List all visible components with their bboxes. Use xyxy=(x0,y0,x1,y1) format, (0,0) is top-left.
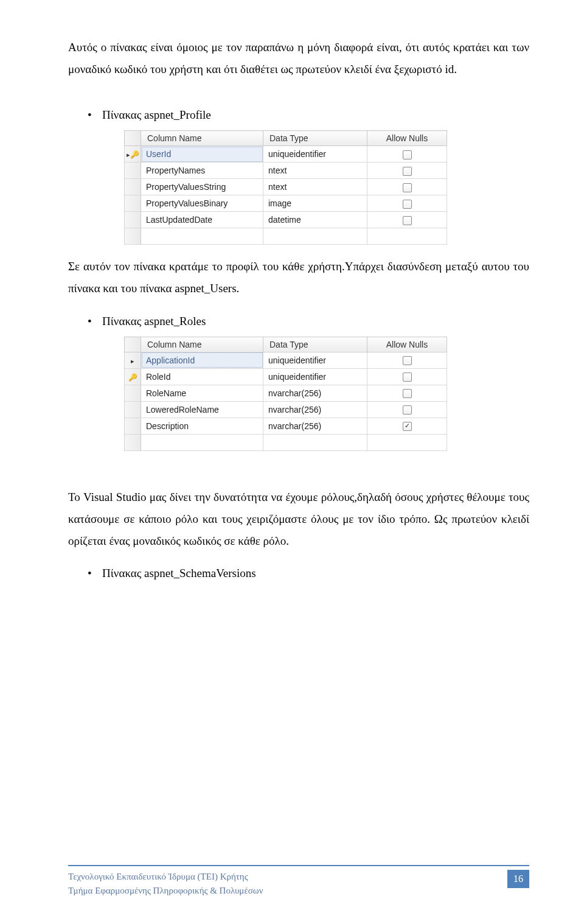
gutter-cell xyxy=(125,195,141,212)
checkbox-icon: ✓ xyxy=(403,422,412,431)
gutter-cell xyxy=(125,385,141,401)
data-type-cell xyxy=(263,434,367,450)
gutter-header xyxy=(125,131,141,146)
primary-key-icon: 🔑 xyxy=(130,150,139,159)
gutter-cell xyxy=(125,418,141,434)
bullet-icon: • xyxy=(88,563,102,584)
page-number: 16 xyxy=(507,870,529,888)
page-footer: Τεχνολογικό Εκπαιδευτικό Ίδρυμα (ΤΕΙ) Κρ… xyxy=(68,865,529,897)
column-name-cell: PropertyValuesString xyxy=(141,179,263,195)
allow-nulls-cell xyxy=(367,352,447,368)
data-type-cell: ntext xyxy=(263,179,367,195)
footer-line-2: Τμήμα Εφαρμοσμένης Πληροφορικής & Πολυμέ… xyxy=(68,884,263,898)
data-type-cell: uniqueidentifier xyxy=(263,352,367,368)
table-row: RoleNamenvarchar(256) xyxy=(125,385,447,401)
bullet-profile: • Πίνακας aspnet_Profile xyxy=(88,105,529,125)
allow-nulls-cell xyxy=(367,368,447,385)
data-type-cell: image xyxy=(263,195,367,212)
footer-line-1: Τεχνολογικό Εκπαιδευτικό Ίδρυμα (ΤΕΙ) Κρ… xyxy=(68,870,263,884)
checkbox-icon xyxy=(403,389,412,398)
column-name-cell: UserId xyxy=(141,146,263,163)
checkbox-icon xyxy=(403,216,412,225)
data-type-cell: uniqueidentifier xyxy=(263,368,367,385)
table-row: 🔑RoleIduniqueidentifier xyxy=(125,368,447,385)
bullet-schema: • Πίνακας aspnet_SchemaVersions xyxy=(88,563,529,584)
allow-nulls-cell: ✓ xyxy=(367,418,447,434)
column-name-cell: PropertyValuesBinary xyxy=(141,195,263,212)
gutter-cell xyxy=(125,179,141,195)
col-header-null: Allow Nulls xyxy=(367,337,447,352)
column-name-cell: PropertyNames xyxy=(141,163,263,179)
gutter-cell xyxy=(125,228,141,245)
gutter-header xyxy=(125,337,141,352)
col-header-type: Data Type xyxy=(263,131,367,146)
table-row: ▸ApplicationIduniqueidentifier xyxy=(125,352,447,368)
checkbox-icon xyxy=(403,167,412,176)
checkbox-icon xyxy=(403,183,412,192)
allow-nulls-cell xyxy=(367,385,447,401)
table-row: PropertyValuesBinaryimage xyxy=(125,195,447,212)
paragraph-1: Αυτός ο πίνακας είναι όμοιος με τον παρα… xyxy=(68,37,529,80)
table-row: LastUpdatedDatedatetime xyxy=(125,212,447,228)
bullet-label: Πίνακας aspnet_SchemaVersions xyxy=(102,563,256,584)
col-header-name: Column Name xyxy=(141,337,263,352)
paragraph-3: Το Visual Studio μας δίνει την δυνατότητ… xyxy=(68,486,529,552)
checkbox-icon xyxy=(403,200,412,209)
row-indicator-icon: ▸ xyxy=(131,357,134,365)
col-header-type: Data Type xyxy=(263,337,367,352)
checkbox-icon xyxy=(403,356,412,365)
col-header-name: Column Name xyxy=(141,131,263,146)
allow-nulls-cell xyxy=(367,228,447,245)
column-name-cell xyxy=(141,228,263,245)
data-type-cell: nvarchar(256) xyxy=(263,418,367,434)
checkbox-icon xyxy=(403,150,412,159)
checkbox-icon xyxy=(403,373,412,382)
gutter-cell xyxy=(125,401,141,418)
allow-nulls-cell xyxy=(367,195,447,212)
table-row: PropertyNamesntext xyxy=(125,163,447,179)
bullet-icon: • xyxy=(88,105,102,125)
bullet-label: Πίνακας aspnet_Roles xyxy=(102,311,206,332)
data-type-cell: uniqueidentifier xyxy=(263,146,367,163)
column-name-cell: LoweredRoleName xyxy=(141,401,263,418)
footer-divider xyxy=(68,865,529,866)
data-type-cell: ntext xyxy=(263,163,367,179)
allow-nulls-cell xyxy=(367,179,447,195)
table-row: Descriptionnvarchar(256)✓ xyxy=(125,418,447,434)
column-name-cell: LastUpdatedDate xyxy=(141,212,263,228)
allow-nulls-cell xyxy=(367,434,447,450)
data-type-cell xyxy=(263,228,367,245)
gutter-cell: ▸🔑 xyxy=(125,146,141,163)
gutter-cell: 🔑 xyxy=(125,368,141,385)
gutter-cell xyxy=(125,163,141,179)
table-row: PropertyValuesStringntext xyxy=(125,179,447,195)
table-row xyxy=(125,434,447,450)
column-name-cell: ApplicationId xyxy=(141,352,263,368)
table-row xyxy=(125,228,447,245)
column-name-cell xyxy=(141,434,263,450)
column-name-cell: RoleId xyxy=(141,368,263,385)
table-profile: Column Name Data Type Allow Nulls ▸🔑User… xyxy=(124,130,529,245)
table-roles: Column Name Data Type Allow Nulls ▸Appli… xyxy=(124,337,529,451)
bullet-icon: • xyxy=(88,311,102,332)
gutter-cell: ▸ xyxy=(125,352,141,368)
allow-nulls-cell xyxy=(367,146,447,163)
allow-nulls-cell xyxy=(367,212,447,228)
bullet-roles: • Πίνακας aspnet_Roles xyxy=(88,311,529,332)
data-type-cell: nvarchar(256) xyxy=(263,385,367,401)
primary-key-icon: 🔑 xyxy=(128,373,137,382)
bullet-label: Πίνακας aspnet_Profile xyxy=(102,105,211,125)
paragraph-2: Σε αυτόν τον πίνακα κρατάμε το προφίλ το… xyxy=(68,256,529,299)
col-header-null: Allow Nulls xyxy=(367,131,447,146)
gutter-cell xyxy=(125,212,141,228)
gutter-cell xyxy=(125,434,141,450)
column-name-cell: Description xyxy=(141,418,263,434)
allow-nulls-cell xyxy=(367,163,447,179)
allow-nulls-cell xyxy=(367,401,447,418)
column-name-cell: RoleName xyxy=(141,385,263,401)
data-type-cell: nvarchar(256) xyxy=(263,401,367,418)
data-type-cell: datetime xyxy=(263,212,367,228)
table-row: LoweredRoleNamenvarchar(256) xyxy=(125,401,447,418)
checkbox-icon xyxy=(403,405,412,415)
table-row: ▸🔑UserIduniqueidentifier xyxy=(125,146,447,163)
